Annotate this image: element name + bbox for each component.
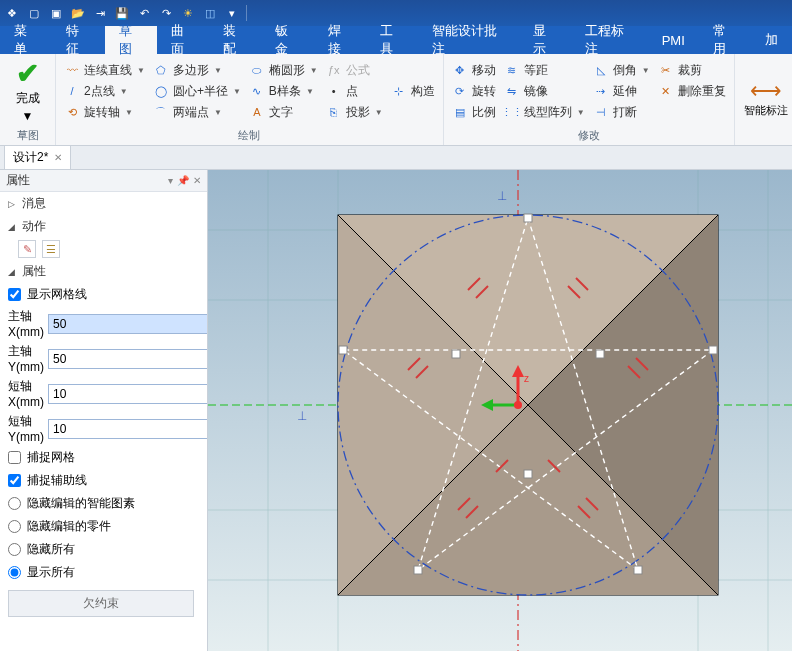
hide-parts-label: 隐藏编辑的零件: [27, 518, 111, 535]
pattern-icon: ⋮⋮: [504, 104, 520, 120]
ribbon: ✔ 完成 ▼ 草图 〰连续直线▼ /2点线▼ ⟲旋转轴▼ ⬠多边形▼ ◯圆心+半…: [0, 54, 792, 146]
tab-display[interactable]: 显示: [519, 26, 571, 54]
close-icon[interactable]: ✕: [193, 175, 201, 186]
cmd-rotate[interactable]: ⟳旋转: [450, 82, 498, 101]
group-draw-title: 绘制: [62, 126, 437, 145]
polyline-icon: 〰: [64, 62, 80, 78]
cmd-bspline[interactable]: ∿B样条▼: [247, 82, 320, 101]
tab-weld[interactable]: 焊接: [314, 26, 366, 54]
snap-grid-label: 捕捉网格: [27, 449, 75, 466]
hide-parts-radio[interactable]: [8, 520, 21, 533]
cmd-offset[interactable]: ≋等距: [502, 61, 587, 80]
tab-surface[interactable]: 曲面: [157, 26, 209, 54]
tab-tools[interactable]: 工具: [366, 26, 418, 54]
section-attributes[interactable]: ◢属性: [0, 260, 207, 283]
svg-text:⟂: ⟂: [298, 407, 307, 423]
project-icon: ⎘: [326, 104, 342, 120]
snap-guide-checkbox[interactable]: [8, 474, 21, 487]
minor-x-label: 短轴X(mm): [8, 378, 44, 409]
separator: [246, 5, 247, 21]
tab-assembly[interactable]: 装配: [209, 26, 261, 54]
tab-menu[interactable]: 菜单: [0, 26, 52, 54]
tab-more[interactable]: 加: [751, 26, 792, 54]
underconstrained-button[interactable]: 欠约束: [8, 590, 194, 617]
cmd-text[interactable]: A文字: [247, 103, 320, 122]
svg-rect-47: [452, 350, 460, 358]
new-icon[interactable]: ▢: [26, 5, 42, 21]
hide-all-label: 隐藏所有: [27, 541, 75, 558]
panel-header: 属性 ▾ 📌 ✕: [0, 170, 207, 192]
smart-dim-label: 智能标注: [744, 104, 788, 116]
cmd-point[interactable]: •点: [324, 82, 385, 101]
show-grid-checkbox[interactable]: [8, 288, 21, 301]
tab-sheet[interactable]: 钣金: [261, 26, 313, 54]
construct-icon: ⊹: [391, 83, 407, 99]
cmd-ellipse[interactable]: ⬭椭圆形▼: [247, 61, 320, 80]
cmd-polyline[interactable]: 〰连续直线▼: [62, 61, 147, 80]
show-all-label: 显示所有: [27, 564, 75, 581]
cmd-formula[interactable]: ƒx公式: [324, 61, 385, 80]
cmd-two-end[interactable]: ⌒两端点▼: [151, 103, 243, 122]
document-tabs: 设计2* ✕: [0, 146, 792, 170]
new2-icon[interactable]: ▣: [48, 5, 64, 21]
tab-smart-annotate[interactable]: 智能设计批注: [418, 26, 519, 54]
cmd-2point-line[interactable]: /2点线▼: [62, 82, 147, 101]
cmd-project[interactable]: ⎘投影▼: [324, 103, 385, 122]
axis-y-input[interactable]: [48, 349, 207, 369]
group-modify: ✥移动 ⟳旋转 ▤比例 ≋等距 ⇋镜像 ⋮⋮线型阵列▼ ◺倒角▼ ⇢延伸 ⊣打断…: [444, 54, 735, 145]
import-icon[interactable]: ⇥: [92, 5, 108, 21]
cmd-trim[interactable]: ✂裁剪: [656, 61, 728, 80]
tab-feature[interactable]: 特征: [52, 26, 104, 54]
cmd-extend[interactable]: ⇢延伸: [591, 82, 652, 101]
svg-rect-48: [596, 350, 604, 358]
cmd-axis[interactable]: ⟲旋转轴▼: [62, 103, 147, 122]
snap-grid-checkbox[interactable]: [8, 451, 21, 464]
cmd-chamfer[interactable]: ◺倒角▼: [591, 61, 652, 80]
hide-smart-radio[interactable]: [8, 497, 21, 510]
cmd-construct[interactable]: ⊹构造: [389, 82, 437, 101]
dropdown-icon[interactable]: ▾: [224, 5, 240, 21]
text-icon: A: [249, 104, 265, 120]
cmd-circle[interactable]: ◯圆心+半径▼: [151, 82, 243, 101]
minor-x-input[interactable]: [48, 384, 207, 404]
section-actions[interactable]: ◢动作: [0, 215, 207, 238]
tab-common[interactable]: 常用: [699, 26, 751, 54]
finish-button[interactable]: ✔ 完成 ▼: [6, 56, 49, 126]
cmd-mirror[interactable]: ⇋镜像: [502, 82, 587, 101]
cube-icon[interactable]: ◫: [202, 5, 218, 21]
undo-icon[interactable]: ↶: [136, 5, 152, 21]
tab-pmi[interactable]: PMI: [648, 26, 699, 54]
redo-icon[interactable]: ↷: [158, 5, 174, 21]
cmd-break[interactable]: ⊣打断: [591, 103, 652, 122]
tab-eng-annotate[interactable]: 工程标注: [571, 26, 648, 54]
open-icon[interactable]: 📂: [70, 5, 86, 21]
show-all-radio[interactable]: [8, 566, 21, 579]
hide-all-radio[interactable]: [8, 543, 21, 556]
polygon-icon: ⬠: [153, 62, 169, 78]
cmd-pattern[interactable]: ⋮⋮线型阵列▼: [502, 103, 587, 122]
cmd-del-dup[interactable]: ✕删除重复: [656, 82, 728, 101]
pin-icon[interactable]: 📌: [177, 175, 189, 186]
cmd-polygon[interactable]: ⬠多边形▼: [151, 61, 243, 80]
save-icon[interactable]: 💾: [114, 5, 130, 21]
axis-x-input[interactable]: [48, 314, 207, 334]
chamfer-icon: ◺: [593, 62, 609, 78]
action-edit-icon[interactable]: ✎: [18, 240, 36, 258]
action-list-icon[interactable]: ☰: [42, 240, 60, 258]
line-icon: /: [64, 83, 80, 99]
cmd-move[interactable]: ✥移动: [450, 61, 498, 80]
formula-icon: ƒx: [326, 62, 342, 78]
minor-y-input[interactable]: [48, 419, 207, 439]
viewport[interactable]: z ⟂ ⟂: [208, 170, 792, 651]
group-finish: ✔ 完成 ▼ 草图: [0, 54, 56, 145]
star-icon[interactable]: ☀: [180, 5, 196, 21]
rotate-icon: ⟳: [452, 83, 468, 99]
axis-icon: ⟲: [64, 104, 80, 120]
tab-sketch[interactable]: 草图: [105, 26, 157, 54]
doc-tab[interactable]: 设计2* ✕: [4, 145, 71, 169]
cmd-scale[interactable]: ▤比例: [450, 103, 498, 122]
smart-dim-button[interactable]: ⟷ 智能标注: [741, 56, 791, 141]
close-icon[interactable]: ✕: [54, 152, 62, 163]
section-messages[interactable]: ▷消息: [0, 192, 207, 215]
dropdown-icon[interactable]: ▾: [168, 175, 173, 186]
